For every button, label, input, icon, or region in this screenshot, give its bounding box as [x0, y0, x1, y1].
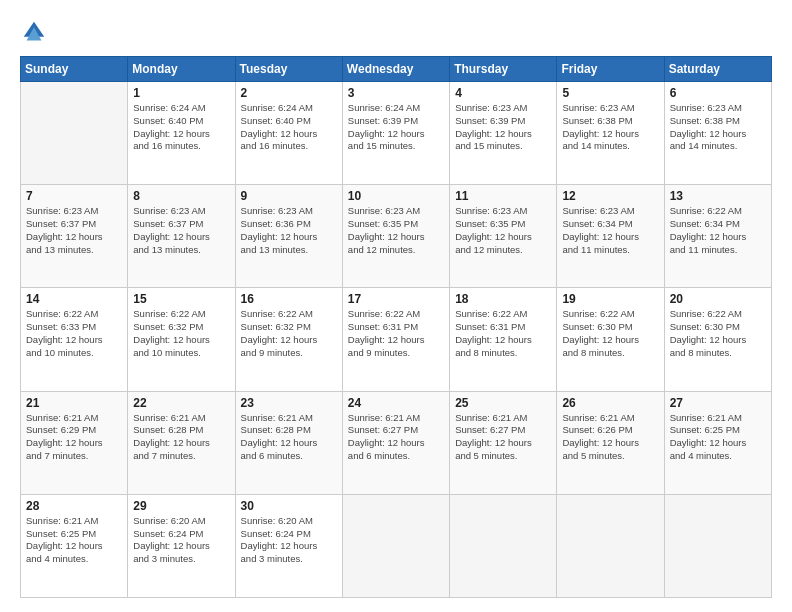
day-number: 25 — [455, 396, 551, 410]
calendar-table: SundayMondayTuesdayWednesdayThursdayFrid… — [20, 56, 772, 598]
day-info: Sunrise: 6:22 AMSunset: 6:33 PMDaylight:… — [26, 308, 122, 359]
day-number: 21 — [26, 396, 122, 410]
day-info: Sunrise: 6:21 AMSunset: 6:27 PMDaylight:… — [348, 412, 444, 463]
day-info: Sunrise: 6:23 AMSunset: 6:34 PMDaylight:… — [562, 205, 658, 256]
week-row-1: 1Sunrise: 6:24 AMSunset: 6:40 PMDaylight… — [21, 82, 772, 185]
day-cell: 18Sunrise: 6:22 AMSunset: 6:31 PMDayligh… — [450, 288, 557, 391]
day-info: Sunrise: 6:23 AMSunset: 6:36 PMDaylight:… — [241, 205, 337, 256]
day-number: 17 — [348, 292, 444, 306]
day-cell: 23Sunrise: 6:21 AMSunset: 6:28 PMDayligh… — [235, 391, 342, 494]
day-number: 2 — [241, 86, 337, 100]
day-number: 4 — [455, 86, 551, 100]
day-info: Sunrise: 6:23 AMSunset: 6:35 PMDaylight:… — [348, 205, 444, 256]
day-number: 26 — [562, 396, 658, 410]
day-number: 29 — [133, 499, 229, 513]
day-info: Sunrise: 6:23 AMSunset: 6:38 PMDaylight:… — [670, 102, 766, 153]
day-cell: 30Sunrise: 6:20 AMSunset: 6:24 PMDayligh… — [235, 494, 342, 597]
day-info: Sunrise: 6:21 AMSunset: 6:25 PMDaylight:… — [26, 515, 122, 566]
day-cell: 2Sunrise: 6:24 AMSunset: 6:40 PMDaylight… — [235, 82, 342, 185]
calendar-body: 1Sunrise: 6:24 AMSunset: 6:40 PMDaylight… — [21, 82, 772, 598]
day-info: Sunrise: 6:22 AMSunset: 6:32 PMDaylight:… — [133, 308, 229, 359]
day-info: Sunrise: 6:22 AMSunset: 6:30 PMDaylight:… — [562, 308, 658, 359]
day-info: Sunrise: 6:24 AMSunset: 6:40 PMDaylight:… — [241, 102, 337, 153]
day-info: Sunrise: 6:23 AMSunset: 6:37 PMDaylight:… — [133, 205, 229, 256]
day-cell — [664, 494, 771, 597]
header-cell-tuesday: Tuesday — [235, 57, 342, 82]
week-row-4: 21Sunrise: 6:21 AMSunset: 6:29 PMDayligh… — [21, 391, 772, 494]
day-cell: 28Sunrise: 6:21 AMSunset: 6:25 PMDayligh… — [21, 494, 128, 597]
day-number: 3 — [348, 86, 444, 100]
header-row: SundayMondayTuesdayWednesdayThursdayFrid… — [21, 57, 772, 82]
logo-icon — [20, 18, 48, 46]
day-cell: 13Sunrise: 6:22 AMSunset: 6:34 PMDayligh… — [664, 185, 771, 288]
day-cell: 9Sunrise: 6:23 AMSunset: 6:36 PMDaylight… — [235, 185, 342, 288]
day-cell — [342, 494, 449, 597]
day-cell: 11Sunrise: 6:23 AMSunset: 6:35 PMDayligh… — [450, 185, 557, 288]
day-cell: 6Sunrise: 6:23 AMSunset: 6:38 PMDaylight… — [664, 82, 771, 185]
page: SundayMondayTuesdayWednesdayThursdayFrid… — [0, 0, 792, 612]
day-number: 13 — [670, 189, 766, 203]
day-number: 9 — [241, 189, 337, 203]
week-row-5: 28Sunrise: 6:21 AMSunset: 6:25 PMDayligh… — [21, 494, 772, 597]
day-cell: 17Sunrise: 6:22 AMSunset: 6:31 PMDayligh… — [342, 288, 449, 391]
week-row-2: 7Sunrise: 6:23 AMSunset: 6:37 PMDaylight… — [21, 185, 772, 288]
header-cell-monday: Monday — [128, 57, 235, 82]
day-info: Sunrise: 6:21 AMSunset: 6:29 PMDaylight:… — [26, 412, 122, 463]
day-number: 16 — [241, 292, 337, 306]
day-info: Sunrise: 6:22 AMSunset: 6:34 PMDaylight:… — [670, 205, 766, 256]
header-cell-thursday: Thursday — [450, 57, 557, 82]
day-number: 11 — [455, 189, 551, 203]
day-info: Sunrise: 6:21 AMSunset: 6:28 PMDaylight:… — [241, 412, 337, 463]
day-info: Sunrise: 6:22 AMSunset: 6:30 PMDaylight:… — [670, 308, 766, 359]
header-cell-friday: Friday — [557, 57, 664, 82]
day-cell: 16Sunrise: 6:22 AMSunset: 6:32 PMDayligh… — [235, 288, 342, 391]
day-cell: 3Sunrise: 6:24 AMSunset: 6:39 PMDaylight… — [342, 82, 449, 185]
day-cell: 25Sunrise: 6:21 AMSunset: 6:27 PMDayligh… — [450, 391, 557, 494]
day-cell — [450, 494, 557, 597]
day-number: 24 — [348, 396, 444, 410]
day-number: 28 — [26, 499, 122, 513]
day-info: Sunrise: 6:22 AMSunset: 6:31 PMDaylight:… — [348, 308, 444, 359]
day-cell: 29Sunrise: 6:20 AMSunset: 6:24 PMDayligh… — [128, 494, 235, 597]
day-number: 5 — [562, 86, 658, 100]
day-cell: 8Sunrise: 6:23 AMSunset: 6:37 PMDaylight… — [128, 185, 235, 288]
day-number: 18 — [455, 292, 551, 306]
day-number: 8 — [133, 189, 229, 203]
day-cell: 15Sunrise: 6:22 AMSunset: 6:32 PMDayligh… — [128, 288, 235, 391]
day-info: Sunrise: 6:22 AMSunset: 6:32 PMDaylight:… — [241, 308, 337, 359]
calendar-header: SundayMondayTuesdayWednesdayThursdayFrid… — [21, 57, 772, 82]
day-cell: 7Sunrise: 6:23 AMSunset: 6:37 PMDaylight… — [21, 185, 128, 288]
day-number: 27 — [670, 396, 766, 410]
day-number: 23 — [241, 396, 337, 410]
day-info: Sunrise: 6:24 AMSunset: 6:40 PMDaylight:… — [133, 102, 229, 153]
day-number: 6 — [670, 86, 766, 100]
day-info: Sunrise: 6:20 AMSunset: 6:24 PMDaylight:… — [241, 515, 337, 566]
day-number: 22 — [133, 396, 229, 410]
day-number: 30 — [241, 499, 337, 513]
day-cell: 20Sunrise: 6:22 AMSunset: 6:30 PMDayligh… — [664, 288, 771, 391]
day-number: 14 — [26, 292, 122, 306]
day-info: Sunrise: 6:21 AMSunset: 6:27 PMDaylight:… — [455, 412, 551, 463]
day-info: Sunrise: 6:22 AMSunset: 6:31 PMDaylight:… — [455, 308, 551, 359]
day-cell — [557, 494, 664, 597]
day-cell: 26Sunrise: 6:21 AMSunset: 6:26 PMDayligh… — [557, 391, 664, 494]
day-cell: 21Sunrise: 6:21 AMSunset: 6:29 PMDayligh… — [21, 391, 128, 494]
day-cell: 27Sunrise: 6:21 AMSunset: 6:25 PMDayligh… — [664, 391, 771, 494]
day-info: Sunrise: 6:20 AMSunset: 6:24 PMDaylight:… — [133, 515, 229, 566]
week-row-3: 14Sunrise: 6:22 AMSunset: 6:33 PMDayligh… — [21, 288, 772, 391]
day-info: Sunrise: 6:23 AMSunset: 6:37 PMDaylight:… — [26, 205, 122, 256]
logo — [20, 18, 52, 46]
day-cell: 5Sunrise: 6:23 AMSunset: 6:38 PMDaylight… — [557, 82, 664, 185]
day-cell: 24Sunrise: 6:21 AMSunset: 6:27 PMDayligh… — [342, 391, 449, 494]
day-number: 15 — [133, 292, 229, 306]
day-info: Sunrise: 6:24 AMSunset: 6:39 PMDaylight:… — [348, 102, 444, 153]
day-info: Sunrise: 6:21 AMSunset: 6:25 PMDaylight:… — [670, 412, 766, 463]
day-number: 20 — [670, 292, 766, 306]
day-info: Sunrise: 6:23 AMSunset: 6:35 PMDaylight:… — [455, 205, 551, 256]
header-cell-wednesday: Wednesday — [342, 57, 449, 82]
day-number: 7 — [26, 189, 122, 203]
header — [20, 18, 772, 46]
day-cell — [21, 82, 128, 185]
day-cell: 22Sunrise: 6:21 AMSunset: 6:28 PMDayligh… — [128, 391, 235, 494]
day-info: Sunrise: 6:21 AMSunset: 6:26 PMDaylight:… — [562, 412, 658, 463]
